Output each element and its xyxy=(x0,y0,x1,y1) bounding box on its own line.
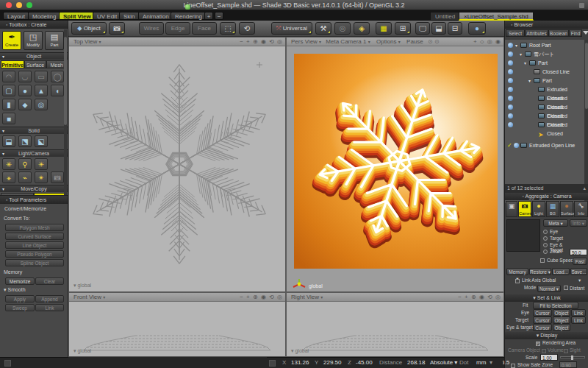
toolbox-header[interactable]: ◦ Toolbox : Create xyxy=(0,21,68,29)
top-view-global-label[interactable]: ▾ global xyxy=(74,283,91,289)
target-object-button[interactable]: Object xyxy=(553,316,570,324)
tree-row-extruded-open-line[interactable]: ✓Extruded Open Line xyxy=(505,141,584,150)
cube-speed-dropdown[interactable]: Fast xyxy=(573,258,587,265)
tree-row-extruded-closed-1[interactable]: Extruded Closed xyxy=(505,85,584,94)
aggregate-tab-light[interactable]: ●Light xyxy=(532,201,545,217)
browser-tab-select[interactable]: Select xyxy=(506,29,525,37)
eye-target-cursor-button[interactable]: Cursor xyxy=(533,324,552,331)
smooth-sweep-button[interactable]: Sweep xyxy=(5,304,35,311)
save-button[interactable]: Save... xyxy=(570,268,587,275)
browser-tab-attributes[interactable]: Attributes xyxy=(525,29,548,37)
browser-header[interactable]: ◦ Browser xyxy=(505,21,588,29)
right-view-header[interactable]: Right View ▾ − + ⊕ ◉ ⟲ ◎ xyxy=(287,293,503,302)
layout-two-view-icon[interactable]: ⬓ xyxy=(431,22,446,35)
tool-parameters-header[interactable]: ◦ Tool Parameters xyxy=(0,196,68,204)
solid-union-icon[interactable]: ⬓ xyxy=(2,135,15,147)
pers-refresh-icon[interactable]: ⊙ ⊙ xyxy=(425,38,440,45)
top-view-header[interactable]: Top View ▾ − + ⊕ ◉ ⟲ ◎ xyxy=(69,38,285,46)
cube-primitive-icon[interactable]: ■ xyxy=(2,113,15,124)
eye-cursor-button[interactable]: Cursor xyxy=(533,309,552,316)
top-view-controls[interactable]: − + ⊕ ◉ ⟲ ◎ xyxy=(240,38,283,46)
pers-view-global-label[interactable]: global xyxy=(309,283,323,289)
spot-light-icon[interactable]: ⚲ xyxy=(18,158,32,170)
area-light-icon[interactable]: ⚹ xyxy=(2,171,15,183)
tab-rendering[interactable]: Rendering xyxy=(171,12,207,20)
object-mode-button[interactable]: ◆ Object xyxy=(71,22,107,35)
rotate-tool-icon[interactable]: ⟲ xyxy=(239,22,255,35)
convert-curved-surface-button[interactable]: Curved Surface xyxy=(5,233,64,240)
filter-funnel-icon[interactable] xyxy=(583,31,588,35)
doc-tab-lineoffset[interactable]: ×LineOffset_Sample.shd xyxy=(459,12,534,21)
camera-object-icon[interactable]: 📷︎ xyxy=(51,171,64,183)
point-light-icon[interactable]: ✳ xyxy=(2,158,15,170)
info-dropdown[interactable]: Info ▾ xyxy=(570,219,587,227)
tab-surface[interactable]: Surface xyxy=(24,60,46,68)
closed-curve-tool-icon[interactable]: ◡ xyxy=(18,71,32,82)
display-header[interactable]: ▾ Display xyxy=(505,332,588,339)
modify-mode-button[interactable]: ◳Modify xyxy=(24,31,43,50)
tree-row-part-1[interactable]: ▾Part xyxy=(505,59,584,68)
box-primitive-icon[interactable]: ▢ xyxy=(2,85,15,96)
scale-slider[interactable] xyxy=(560,356,585,358)
layout-quad-view-icon[interactable]: ⊟ xyxy=(448,22,462,35)
camera-tool-button[interactable]: 📷︎ xyxy=(109,22,125,35)
unit-dropdown-box[interactable]: mm▾ xyxy=(470,358,503,367)
create-mode-button[interactable]: ✒Create xyxy=(2,31,21,50)
pers-view-controls[interactable]: + ⬦ ◎ ◉ xyxy=(473,38,501,46)
layout-single-view-icon[interactable]: 🖵 xyxy=(415,22,430,35)
tab-primitive[interactable]: Primitive xyxy=(1,60,24,68)
section-light-camera[interactable]: ▾Light/Camera xyxy=(0,149,68,157)
ambient-light-icon[interactable]: ✴ xyxy=(35,171,48,183)
front-view-header[interactable]: Front View ▾ − + ⊕ ◉ ⟲ ◎ xyxy=(69,293,285,302)
solid-subtract-icon[interactable]: ⬔ xyxy=(18,135,32,147)
set-link-header[interactable]: ▾ Set & Link xyxy=(505,294,588,302)
eye-object-button[interactable]: Object xyxy=(553,309,570,316)
aggregate-thumb-icon[interactable]: ▣ xyxy=(506,201,517,217)
right-view-global-label[interactable]: ▾ global xyxy=(291,348,309,354)
top-viewport[interactable]: Top View ▾ − + ⊕ ◉ ⟲ ◎ ▾ global xyxy=(68,37,286,292)
tool-options-icon[interactable]: ⚒ xyxy=(315,22,331,35)
tab-uv-edit[interactable]: UV Edit xyxy=(93,12,121,20)
tab-modeling[interactable]: Modeling xyxy=(28,12,60,20)
scale-value-field[interactable]: 1.00 xyxy=(540,354,558,361)
grid-snap-icon[interactable]: ▦ xyxy=(376,22,392,35)
pers-pause-button[interactable]: Pause xyxy=(402,38,423,45)
toolbox-scrollbar[interactable] xyxy=(63,29,68,215)
clear-button[interactable]: Clear xyxy=(35,277,64,285)
smooth-link-button[interactable]: Link xyxy=(35,304,64,311)
pers-camera-select[interactable]: Meta Camera 1 ▾ xyxy=(323,38,370,45)
circle-tool-icon[interactable]: ◯ xyxy=(51,71,64,82)
rect-tool-icon[interactable]: ▭ xyxy=(35,71,48,82)
meta-dropdown[interactable]: Meta ▾ xyxy=(543,219,568,227)
tab-animation[interactable]: Animation xyxy=(138,12,173,20)
light-tool-icon[interactable]: ◈ xyxy=(354,22,370,35)
torus-primitive-icon[interactable]: ◎ xyxy=(35,99,48,110)
aggregate-tab-bg[interactable]: ▦BG xyxy=(546,201,559,217)
pers-viewport[interactable]: Pers View ▾ Meta Camera 1 ▾ Options ▾ Pa… xyxy=(286,37,504,292)
linear-light-icon[interactable]: ⌁ xyxy=(18,171,32,183)
tree-row-snow-part[interactable]: ▾雪パート xyxy=(505,50,584,59)
wire-grid-icon[interactable]: ⊞ xyxy=(395,22,411,35)
browser-scrollbar[interactable] xyxy=(584,40,588,203)
hemisphere-primitive-icon[interactable]: ◖ xyxy=(51,85,64,96)
smooth-apply-button[interactable]: Apply xyxy=(5,295,35,302)
select-region-icon[interactable]: ⬚ xyxy=(220,22,236,35)
tab-split-view[interactable]: Split View xyxy=(59,12,96,20)
eye-target-object-button[interactable]: Object xyxy=(553,324,570,331)
mode-dropdown[interactable]: Normal ▾ xyxy=(537,285,561,292)
aggregate-header[interactable]: ◦ Aggregate : Camera xyxy=(505,193,588,200)
restore-button[interactable]: Restore ▾ xyxy=(529,268,551,275)
tree-row-extruded-closed-5[interactable]: Extruded Closed xyxy=(505,121,584,130)
tree-row-root-part[interactable]: ▾Root Part xyxy=(505,41,584,50)
tree-row-closed-line[interactable]: Closed Line xyxy=(505,68,584,77)
pin-tool-icon[interactable]: ◎ xyxy=(334,22,351,35)
front-view-controls[interactable]: − + ⊕ ◉ ⟲ ◎ xyxy=(240,293,283,302)
cone-primitive-icon[interactable]: ▲ xyxy=(35,85,48,96)
convert-polygon-mesh-button[interactable]: Polygon Mesh xyxy=(5,224,64,231)
browser-tab-boolean[interactable]: Boolean xyxy=(548,29,569,37)
coordinate-mode-icon2[interactable] xyxy=(269,360,276,367)
section-object[interactable]: ▾Object xyxy=(0,52,68,60)
directional-light-icon[interactable]: ☀ xyxy=(35,158,48,170)
cylinder-primitive-icon[interactable]: ▮ xyxy=(2,99,15,110)
tree-row-extruded-closed-2[interactable]: Extruded Closed xyxy=(505,94,584,103)
